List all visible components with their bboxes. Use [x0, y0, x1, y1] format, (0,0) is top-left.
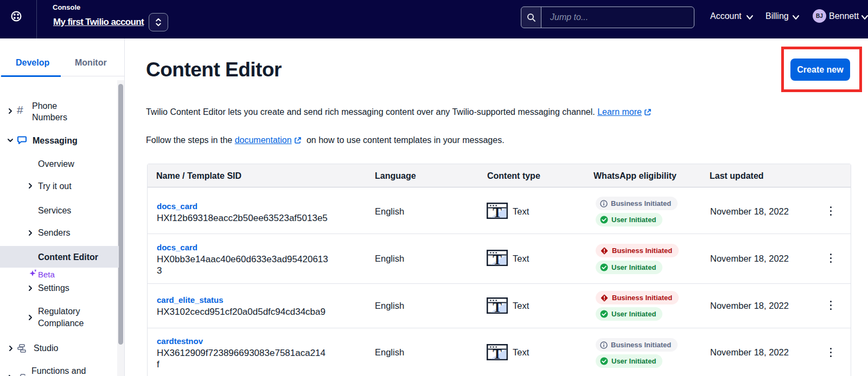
- svg-text:T: T: [493, 300, 502, 314]
- svg-text:T: T: [493, 205, 502, 219]
- svg-text:T: T: [493, 252, 502, 267]
- svg-text:T: T: [493, 347, 502, 361]
